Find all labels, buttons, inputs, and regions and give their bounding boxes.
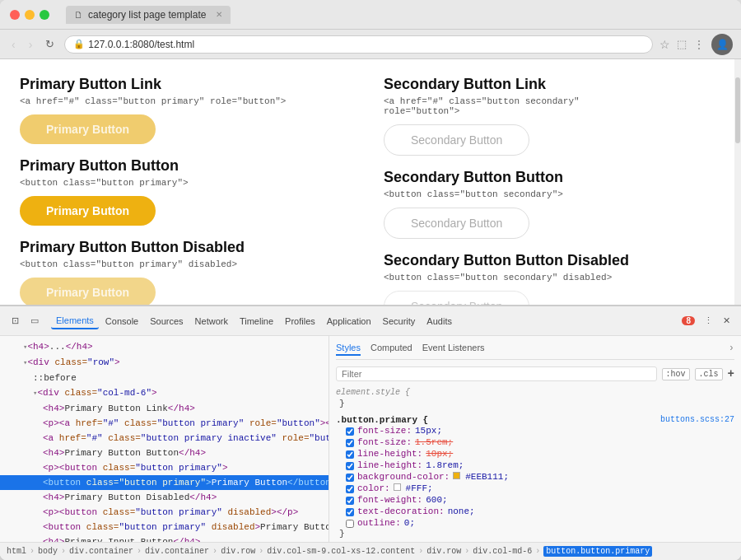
btn-wrapper-primary-disabled: Primary Button	[20, 278, 351, 305]
breadcrumb-button-primary[interactable]: button.button.primary	[543, 546, 652, 557]
tab-profiles[interactable]: Profiles	[280, 314, 320, 329]
tab-console[interactable]: Console	[100, 314, 143, 329]
forward-button[interactable]: ›	[26, 36, 36, 53]
tab-network[interactable]: Network	[190, 314, 233, 329]
prop-checkbox[interactable]	[346, 462, 354, 470]
breadcrumb-row2[interactable]: div.row	[426, 547, 461, 556]
user-avatar[interactable]: 👤	[711, 34, 733, 55]
breadcrumb-body[interactable]: body	[38, 547, 58, 556]
columns-layout: Primary Button Link <a href="#" class="b…	[20, 76, 715, 305]
device-mode-icon[interactable]: ▭	[26, 313, 43, 329]
dom-line[interactable]: <p><a href="#" class="button primary" ro…	[0, 416, 329, 431]
back-button[interactable]: ‹	[8, 36, 19, 53]
devtools-icons: ⊡ ▭	[7, 313, 43, 329]
dom-line[interactable]: <p><button class="button primary" disabl…	[0, 505, 329, 520]
hov-button[interactable]: :hov	[662, 368, 690, 380]
dom-line[interactable]: <h4>Primary Button Button</h4>	[0, 446, 329, 460]
section-secondary-link: Secondary Button Link <a href="#" class=…	[384, 76, 715, 156]
main-area: Primary Button Link <a href="#" class="b…	[0, 59, 741, 305]
style-prop: font-weight: 600;	[336, 494, 734, 506]
maximize-button[interactable]	[40, 10, 49, 20]
prop-checkbox[interactable]	[346, 508, 354, 516]
browser-tab[interactable]: 🗋 category list page template ✕	[66, 6, 231, 24]
scrollbar-thumb[interactable]	[735, 77, 740, 143]
prop-checkbox[interactable]	[346, 520, 354, 528]
breadcrumb-container2[interactable]: div.container	[145, 547, 209, 556]
secondary-button[interactable]: Secondary Button	[384, 208, 529, 239]
dom-line[interactable]: ▾<div class="col-md-6">	[0, 385, 329, 401]
code-primary-disabled: <button class="button primary" disabled>	[20, 259, 351, 269]
dom-line[interactable]: ▾<div class="row">	[0, 355, 329, 371]
code-secondary-button: <button class="button secondary">	[384, 189, 715, 199]
dom-line[interactable]: <h4>Primary Button Link</h4>	[0, 401, 329, 416]
secondary-link-button[interactable]: Secondary Button	[384, 124, 529, 156]
tab-event-listeners[interactable]: Event Listeners	[422, 343, 485, 356]
prop-checkbox[interactable]	[346, 497, 354, 505]
tab-timeline[interactable]: Timeline	[235, 314, 278, 329]
style-selector-1: .button.primary {	[336, 415, 428, 425]
color-swatch	[453, 472, 460, 479]
tab-application[interactable]: Application	[322, 314, 376, 329]
dom-line[interactable]: <a href="#" class="button primary inacti…	[0, 431, 329, 446]
camera-icon[interactable]: ⬚	[677, 38, 687, 50]
dom-line[interactable]: <p><button class="button primary">	[0, 460, 329, 475]
secure-icon: 🔒	[73, 39, 85, 49]
url-text: 127.0.0.1:8080/test.html	[88, 39, 644, 50]
btn-wrapper-primary-button: Primary Button	[20, 196, 351, 226]
tab-elements[interactable]: Elements	[51, 313, 99, 329]
btn-wrapper-secondary-button: Secondary Button	[384, 208, 715, 239]
dom-line[interactable]: ▾<h4>...</h4>	[0, 339, 329, 355]
breadcrumb-content[interactable]: div.col-sm-9.col-xs-12.content	[267, 547, 415, 556]
tab-audits[interactable]: Audits	[422, 314, 457, 329]
add-style-button[interactable]: +	[728, 367, 734, 380]
btn-wrapper-secondary-link: Secondary Button	[384, 124, 715, 156]
dom-line[interactable]: <h4>Primary Input Button</h4>	[0, 534, 329, 542]
btn-wrapper-primary-link: Primary Button	[20, 114, 351, 144]
style-source-1[interactable]: buttons.scss:27	[660, 415, 734, 424]
bookmark-icon[interactable]: ☆	[659, 38, 670, 51]
prop-checkbox[interactable]	[346, 485, 354, 493]
styles-filter-input[interactable]	[336, 366, 657, 381]
minimize-button[interactable]	[25, 10, 35, 20]
scrollbar-track[interactable]	[734, 59, 741, 305]
dom-line[interactable]: <h4>Primary Button Disabled</h4>	[0, 490, 329, 505]
dom-line-selected[interactable]: <button class="button primary">Primary B…	[0, 475, 329, 490]
secondary-disabled-button: Secondary Button	[384, 291, 529, 305]
refresh-button[interactable]: ↻	[42, 36, 58, 52]
breadcrumb-col-md-6[interactable]: div.col-md-6	[473, 547, 532, 556]
breadcrumb-html[interactable]: html	[7, 547, 26, 556]
cls-button[interactable]: .cls	[695, 368, 723, 380]
devtools-toolbar: ⊡ ▭ Elements Console Sources Network Tim…	[0, 306, 741, 336]
tab-sources[interactable]: Sources	[145, 314, 188, 329]
tab-computed[interactable]: Computed	[370, 343, 412, 356]
close-button[interactable]	[10, 10, 20, 20]
devtools-panel: ⊡ ▭ Elements Console Sources Network Tim…	[0, 305, 741, 560]
tab-styles[interactable]: Styles	[336, 343, 361, 356]
devtools-settings-icon[interactable]: ⋮	[700, 313, 716, 329]
dom-line[interactable]: ::before	[0, 371, 329, 385]
tab-security[interactable]: Security	[378, 314, 421, 329]
address-box[interactable]: 🔒 127.0.0.1:8080/test.html	[64, 35, 653, 54]
address-bar-row: ‹ › ↻ 🔒 127.0.0.1:8080/test.html ☆ ⬚ ⋮ 👤	[0, 30, 741, 59]
code-primary-button: <button class="button primary">	[20, 178, 351, 188]
prop-checkbox[interactable]	[346, 474, 354, 482]
primary-button[interactable]: Primary Button	[20, 196, 156, 226]
dom-panel[interactable]: ▾<h4>...</h4> ▾<div class="row"> ::befor…	[0, 336, 329, 542]
dom-line[interactable]: <button class="button primary" disabled>…	[0, 520, 329, 534]
prop-checkbox[interactable]	[346, 450, 354, 459]
styles-tab-overflow-arrow[interactable]: ›	[729, 343, 734, 356]
page-content: Primary Button Link <a href="#" class="b…	[0, 59, 734, 305]
primary-link-button[interactable]: Primary Button	[20, 114, 156, 144]
devtools-close-icon[interactable]: ✕	[718, 313, 734, 329]
breadcrumb-row[interactable]: div.row	[221, 547, 255, 556]
style-prop: background-color: #EEB111;	[336, 471, 734, 483]
prop-checkbox[interactable]	[346, 427, 354, 436]
prop-checkbox[interactable]	[346, 439, 354, 447]
breadcrumb-container1[interactable]: div.container	[69, 547, 133, 556]
style-prop: outline: 0;	[336, 517, 734, 529]
inspect-element-icon[interactable]: ⊡	[7, 313, 23, 329]
section-title-secondary-button: Secondary Button Button	[384, 169, 715, 186]
menu-icon[interactable]: ⋮	[693, 38, 705, 51]
tab-close-button[interactable]: ✕	[216, 10, 222, 19]
style-prop: text-decoration: none;	[336, 506, 734, 517]
